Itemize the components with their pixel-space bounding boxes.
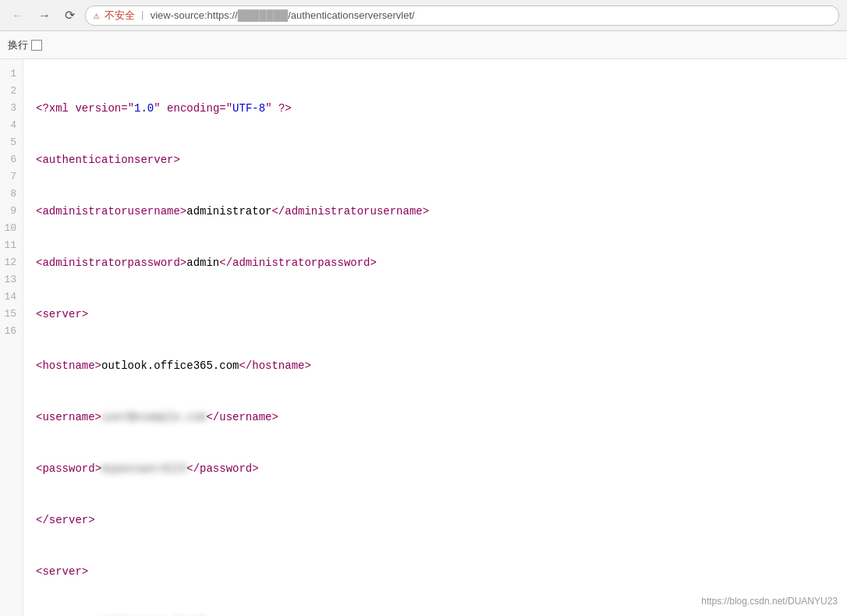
source-line-8: <password>mypassword123</password> — [36, 460, 835, 477]
address-bar[interactable]: ⚠ 不安全 | view-source:https://███████/auth… — [85, 5, 839, 26]
source-toolbar: 换行 — [0, 31, 847, 59]
back-button[interactable]: ← — [8, 7, 28, 24]
line-numbers: 1 2 3 4 5 6 7 8 9 10 11 12 13 14 15 16 — [0, 59, 23, 616]
source-line-5: <server> — [36, 306, 835, 323]
line-num-8: 8 — [0, 186, 23, 203]
line-num-2: 2 — [0, 83, 23, 100]
line-num-6: 6 — [0, 151, 23, 168]
line-num-13: 13 — [0, 271, 23, 289]
forward-button[interactable]: → — [34, 7, 55, 24]
source-line-10: <server> — [36, 563, 835, 580]
line-num-7: 7 — [0, 168, 23, 186]
wrap-toggle[interactable]: 换行 — [8, 38, 42, 52]
line-num-12: 12 — [0, 254, 23, 271]
source-line-2: <authenticationserver> — [36, 151, 835, 168]
source-container: 1 2 3 4 5 6 7 8 9 10 11 12 13 14 15 16 <… — [0, 59, 847, 616]
security-warning-icon: ⚠ — [94, 9, 100, 22]
source-line-4: <administratorpassword>admin</administra… — [36, 254, 835, 271]
security-label: 不安全 — [105, 9, 135, 23]
line-num-10: 10 — [0, 220, 23, 237]
source-line-3: <administratorusername>administrator</ad… — [36, 203, 835, 220]
watermark: https://blog.csdn.net/DUANYU23 — [701, 596, 838, 607]
source-line-1: <?xml version="1.0" encoding="UTF-8" ?> — [36, 100, 835, 117]
browser-bar: ← → ⟳ ⚠ 不安全 | view-source:https://██████… — [0, 0, 847, 31]
wrap-label: 换行 — [8, 38, 28, 52]
source-line-9: </server> — [36, 512, 835, 529]
wrap-checkbox[interactable] — [31, 40, 42, 51]
line-num-16: 16 — [0, 323, 23, 340]
source-code: <?xml version="1.0" encoding="UTF-8" ?> … — [23, 59, 847, 616]
source-line-6: <hostname>outlook.office365.com</hostnam… — [36, 357, 835, 374]
line-num-9: 9 — [0, 203, 23, 220]
line-num-15: 15 — [0, 306, 23, 323]
line-num-11: 11 — [0, 237, 23, 254]
source-line-7: <username>user@example.com</username> — [36, 409, 835, 426]
line-num-4: 4 — [0, 117, 23, 134]
reload-button[interactable]: ⟳ — [61, 6, 79, 24]
separator: | — [140, 9, 146, 21]
line-num-1: 1 — [0, 65, 23, 83]
line-num-3: 3 — [0, 100, 23, 117]
url-text: view-source:https://███████/authenticati… — [151, 9, 415, 21]
line-num-5: 5 — [0, 134, 23, 151]
line-num-14: 14 — [0, 289, 23, 306]
